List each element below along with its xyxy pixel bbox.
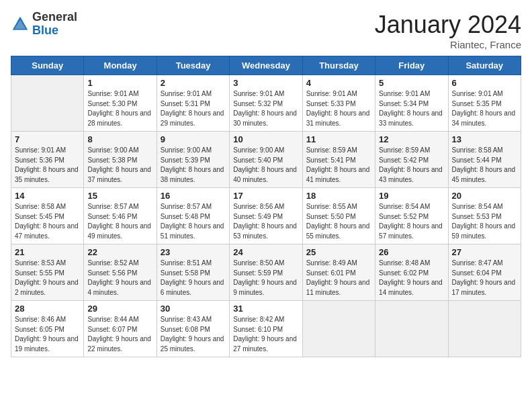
- day-info: Sunrise: 9:01 AMSunset: 5:34 PMDaylight:…: [379, 90, 443, 127]
- day-info: Sunrise: 9:00 AMSunset: 5:39 PMDaylight:…: [161, 146, 224, 183]
- calendar-cell: 28Sunrise: 8:46 AMSunset: 6:05 PMDayligh…: [11, 301, 84, 357]
- calendar-cell: 8Sunrise: 9:00 AMSunset: 5:38 PMDaylight…: [84, 132, 157, 188]
- calendar-cell: 10Sunrise: 9:00 AMSunset: 5:40 PMDayligh…: [230, 132, 302, 188]
- calendar-cell: 25Sunrise: 8:49 AMSunset: 6:01 PMDayligh…: [302, 244, 375, 301]
- day-number: 28: [15, 304, 80, 314]
- day-info: Sunrise: 8:54 AMSunset: 5:52 PMDaylight:…: [379, 203, 443, 240]
- day-number: 15: [87, 191, 152, 201]
- day-number: 11: [306, 134, 371, 144]
- day-info: Sunrise: 9:00 AMSunset: 5:38 PMDaylight:…: [87, 146, 151, 183]
- calendar-cell: 3Sunrise: 9:01 AMSunset: 5:32 PMDaylight…: [230, 75, 302, 132]
- weekday-header: Tuesday: [157, 56, 229, 75]
- calendar-cell: [11, 75, 84, 132]
- calendar-cell: 22Sunrise: 8:52 AMSunset: 5:56 PMDayligh…: [84, 244, 157, 301]
- weekday-header: Thursday: [302, 56, 375, 75]
- day-number: 19: [379, 191, 444, 201]
- day-number: 16: [161, 191, 226, 201]
- day-number: 20: [452, 191, 517, 201]
- logo-icon: [11, 15, 30, 34]
- day-number: 26: [379, 247, 444, 257]
- calendar-cell: 26Sunrise: 8:48 AMSunset: 6:02 PMDayligh…: [375, 244, 448, 301]
- day-info: Sunrise: 9:00 AMSunset: 5:40 PMDaylight:…: [233, 146, 297, 183]
- day-info: Sunrise: 8:59 AMSunset: 5:41 PMDaylight:…: [306, 146, 370, 183]
- day-number: 17: [233, 191, 298, 201]
- calendar-cell: 12Sunrise: 8:59 AMSunset: 5:42 PMDayligh…: [375, 132, 448, 188]
- day-info: Sunrise: 9:01 AMSunset: 5:32 PMDaylight:…: [233, 90, 297, 127]
- calendar-week-row: 7Sunrise: 9:01 AMSunset: 5:36 PMDaylight…: [11, 132, 521, 188]
- day-info: Sunrise: 8:47 AMSunset: 6:04 PMDaylight:…: [452, 259, 516, 296]
- calendar-cell: 14Sunrise: 8:58 AMSunset: 5:45 PMDayligh…: [11, 188, 84, 244]
- logo-general: General: [32, 11, 77, 24]
- day-info: Sunrise: 8:48 AMSunset: 6:02 PMDaylight:…: [379, 259, 443, 296]
- day-info: Sunrise: 8:43 AMSunset: 6:08 PMDaylight:…: [161, 316, 224, 353]
- logo: General Blue: [11, 11, 77, 38]
- calendar-cell: 24Sunrise: 8:50 AMSunset: 5:59 PMDayligh…: [230, 244, 302, 301]
- day-number: 14: [15, 191, 80, 201]
- day-number: 10: [233, 134, 298, 144]
- calendar-cell: 18Sunrise: 8:55 AMSunset: 5:50 PMDayligh…: [302, 188, 375, 244]
- day-number: 9: [161, 134, 226, 144]
- day-info: Sunrise: 8:52 AMSunset: 5:56 PMDaylight:…: [87, 259, 151, 296]
- calendar-cell: 9Sunrise: 9:00 AMSunset: 5:39 PMDaylight…: [157, 132, 229, 188]
- day-info: Sunrise: 9:01 AMSunset: 5:30 PMDaylight:…: [87, 90, 151, 127]
- calendar-cell: 6Sunrise: 9:01 AMSunset: 5:35 PMDaylight…: [448, 75, 521, 132]
- day-info: Sunrise: 9:01 AMSunset: 5:35 PMDaylight:…: [452, 90, 516, 127]
- day-info: Sunrise: 8:56 AMSunset: 5:49 PMDaylight:…: [233, 203, 297, 240]
- page-header: General Blue January 2024 Riantec, Franc…: [11, 11, 521, 50]
- calendar-week-row: 21Sunrise: 8:53 AMSunset: 5:55 PMDayligh…: [11, 244, 521, 301]
- day-number: 1: [87, 78, 152, 88]
- calendar-cell: 13Sunrise: 8:58 AMSunset: 5:44 PMDayligh…: [448, 132, 521, 188]
- calendar-title: January 2024: [375, 11, 521, 39]
- day-info: Sunrise: 8:53 AMSunset: 5:55 PMDaylight:…: [15, 259, 79, 296]
- day-info: Sunrise: 8:57 AMSunset: 5:46 PMDaylight:…: [87, 203, 151, 240]
- day-info: Sunrise: 8:55 AMSunset: 5:50 PMDaylight:…: [306, 203, 370, 240]
- weekday-header: Monday: [84, 56, 157, 75]
- day-number: 25: [306, 247, 371, 257]
- day-info: Sunrise: 8:57 AMSunset: 5:48 PMDaylight:…: [161, 203, 224, 240]
- calendar-subtitle: Riantec, France: [375, 39, 521, 50]
- calendar-cell: 31Sunrise: 8:42 AMSunset: 6:10 PMDayligh…: [230, 301, 302, 357]
- weekday-header: Friday: [375, 56, 448, 75]
- calendar-cell: 29Sunrise: 8:44 AMSunset: 6:07 PMDayligh…: [84, 301, 157, 357]
- weekday-header: Wednesday: [230, 56, 302, 75]
- day-info: Sunrise: 8:59 AMSunset: 5:42 PMDaylight:…: [379, 146, 443, 183]
- calendar-cell: 19Sunrise: 8:54 AMSunset: 5:52 PMDayligh…: [375, 188, 448, 244]
- calendar-cell: 11Sunrise: 8:59 AMSunset: 5:41 PMDayligh…: [302, 132, 375, 188]
- day-number: 6: [452, 78, 517, 88]
- calendar-cell: 17Sunrise: 8:56 AMSunset: 5:49 PMDayligh…: [230, 188, 302, 244]
- logo-text: General Blue: [32, 11, 77, 38]
- title-block: January 2024 Riantec, France: [375, 11, 521, 50]
- calendar-cell: 1Sunrise: 9:01 AMSunset: 5:30 PMDaylight…: [84, 75, 157, 132]
- day-number: 4: [306, 78, 371, 88]
- day-info: Sunrise: 8:51 AMSunset: 5:58 PMDaylight:…: [161, 259, 224, 296]
- calendar-cell: [302, 301, 375, 357]
- weekday-header-row: SundayMondayTuesdayWednesdayThursdayFrid…: [11, 56, 521, 75]
- calendar-cell: 4Sunrise: 9:01 AMSunset: 5:33 PMDaylight…: [302, 75, 375, 132]
- calendar-cell: 15Sunrise: 8:57 AMSunset: 5:46 PMDayligh…: [84, 188, 157, 244]
- calendar-cell: [448, 301, 521, 357]
- calendar-cell: [375, 301, 448, 357]
- logo-blue: Blue: [32, 24, 77, 38]
- day-number: 31: [233, 304, 298, 314]
- calendar-cell: 20Sunrise: 8:54 AMSunset: 5:53 PMDayligh…: [448, 188, 521, 244]
- day-number: 22: [87, 247, 152, 257]
- weekday-header: Sunday: [11, 56, 84, 75]
- day-number: 24: [233, 247, 298, 257]
- day-info: Sunrise: 9:01 AMSunset: 5:36 PMDaylight:…: [15, 146, 79, 183]
- day-number: 3: [233, 78, 298, 88]
- day-info: Sunrise: 8:50 AMSunset: 5:59 PMDaylight:…: [233, 259, 297, 296]
- day-info: Sunrise: 8:42 AMSunset: 6:10 PMDaylight:…: [233, 316, 297, 353]
- day-info: Sunrise: 8:54 AMSunset: 5:53 PMDaylight:…: [452, 203, 516, 240]
- day-number: 7: [15, 134, 80, 144]
- day-number: 18: [306, 191, 371, 201]
- day-number: 23: [161, 247, 226, 257]
- calendar-cell: 7Sunrise: 9:01 AMSunset: 5:36 PMDaylight…: [11, 132, 84, 188]
- calendar-week-row: 28Sunrise: 8:46 AMSunset: 6:05 PMDayligh…: [11, 301, 521, 357]
- day-info: Sunrise: 8:49 AMSunset: 6:01 PMDaylight:…: [306, 259, 370, 296]
- day-info: Sunrise: 9:01 AMSunset: 5:31 PMDaylight:…: [161, 90, 224, 127]
- calendar-week-row: 1Sunrise: 9:01 AMSunset: 5:30 PMDaylight…: [11, 75, 521, 132]
- day-info: Sunrise: 8:46 AMSunset: 6:05 PMDaylight:…: [15, 316, 79, 353]
- calendar-cell: 2Sunrise: 9:01 AMSunset: 5:31 PMDaylight…: [157, 75, 229, 132]
- day-number: 29: [87, 304, 152, 314]
- calendar-cell: 30Sunrise: 8:43 AMSunset: 6:08 PMDayligh…: [157, 301, 229, 357]
